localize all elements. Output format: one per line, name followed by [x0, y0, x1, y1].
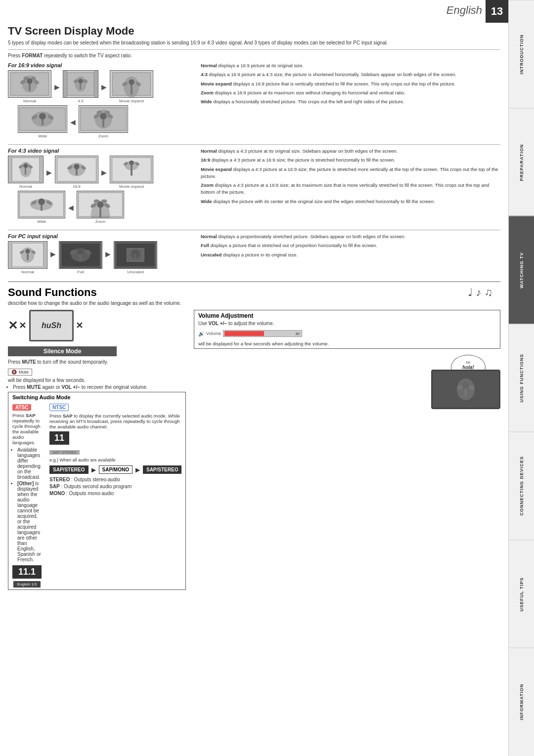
atsc-badge: ATSC — [12, 404, 31, 411]
pc-unscaled-container: Unscaled — [114, 241, 157, 274]
signal-16-9-section: For 16:9 video signal — [8, 62, 500, 140]
ntsc-badge: NTSC — [49, 404, 69, 411]
svg-point-40 — [104, 111, 110, 115]
hush-graphic: ✕ ✕ huSh ✕ — [8, 310, 83, 343]
main-content: TV Screen Display Mode 5 types of displa… — [0, 0, 508, 598]
pc-full-label: Full — [78, 270, 84, 274]
sap-switching-row: SAP/STEREO ▶ SAP/MONO ▶ SAP/STEREO — [49, 465, 181, 474]
svg-rect-15 — [80, 84, 81, 89]
divider-3 — [8, 230, 500, 230]
switching-audio-columns: ATSC Press SAP repeatedly to cycle throu… — [12, 402, 181, 588]
volume-bar-fill — [224, 331, 264, 336]
hush-text: huSh — [42, 321, 61, 330]
svg-point-100 — [134, 250, 137, 254]
pc-normal-container: Normal — [8, 241, 47, 274]
svg-point-103 — [462, 382, 469, 389]
4-3-wide-container: Wide — [18, 191, 65, 224]
signal-16-9-row2: Wide ◀ — [18, 105, 196, 138]
svg-point-79 — [101, 199, 107, 203]
arrow-4: ▶ — [45, 168, 53, 176]
4-3-zoom-img — [77, 191, 124, 218]
channel-number-2: 11 — [49, 431, 69, 445]
output-descriptions: STEREO : Outputs stereo-audio SAP : Outp… — [49, 477, 181, 496]
sidebar-item-watching-tv[interactable]: WATCHING TV — [509, 216, 534, 324]
tv-screen — [433, 371, 499, 408]
svg-rect-93 — [79, 254, 82, 261]
sound-right-column: Volume Adjustment Use VOL +/− to adjust … — [194, 310, 500, 593]
signal-4-3-row2: Wide ◀ — [18, 191, 196, 224]
volume-title: Volume Adjustment — [198, 312, 496, 319]
divider-2 — [8, 144, 500, 145]
press-format-text: Press FORMAT repeatedly to switch the TV… — [8, 53, 500, 58]
svg-rect-101 — [134, 254, 136, 259]
pc-normal-label: Normal — [21, 270, 34, 274]
normal-label: Normal — [23, 99, 36, 103]
svg-rect-82 — [44, 242, 47, 268]
sidebar-item-preparation[interactable]: PREPARATION — [509, 108, 534, 216]
svg-rect-11 — [94, 71, 98, 97]
will-display-silence: will be displayed for a few seconds. — [8, 378, 186, 383]
signal-pc-descriptions: Normal displays a proportionately stretc… — [201, 233, 500, 276]
svg-point-53 — [74, 164, 80, 169]
sap-arrow-2: ▶ — [135, 466, 140, 473]
16-9-mode-label: 16:9 — [73, 184, 81, 189]
ntsc-column: NTSC Press SAP to display the currently … — [49, 402, 181, 588]
atsc-text: Press SAP repeatedly to cycle through th… — [12, 413, 42, 445]
channel-display: 11.1 English 1/3 — [12, 565, 42, 588]
sidebar: INTRODUCTION PREPARATION WATCHING TV USI… — [508, 0, 534, 756]
channel-2-display: 11 — [49, 431, 181, 445]
43-img-container: 4:3 — [63, 70, 98, 103]
volume-icon: 🔊 — [198, 331, 204, 336]
svg-rect-54 — [76, 169, 78, 175]
x-mark-1: ✕ — [8, 319, 18, 333]
sound-columns: ✕ ✕ huSh ✕ Silence Mode Press MUTE to tu… — [8, 310, 500, 593]
pc-full-container: Full — [59, 241, 102, 274]
4-3-zoom-label: Zoom — [95, 219, 105, 224]
signal-16-9-label: For 16:9 video signal — [8, 62, 196, 68]
signal-4-3-label: For 4:3 video signal — [8, 148, 196, 154]
svg-rect-47 — [25, 168, 26, 175]
movie-expand-img — [110, 70, 153, 98]
signal-pc-label: For PC input signal — [8, 233, 196, 239]
4-3-wide-img — [18, 191, 65, 218]
silence-mode-area: ✕ ✕ huSh ✕ — [8, 310, 186, 343]
svg-point-78 — [94, 199, 100, 203]
signal-4-3-row1: Normal ▶ 16 — [8, 156, 196, 189]
svg-point-14 — [78, 79, 83, 84]
svg-rect-22 — [131, 85, 133, 94]
svg-point-39 — [97, 111, 103, 115]
sidebar-item-useful-tips[interactable]: USEFUL TIPS — [509, 540, 534, 648]
sound-functions-section: Sound Functions describe how to change t… — [8, 281, 500, 593]
volume-value: 30 — [295, 332, 300, 336]
svg-rect-42 — [8, 156, 12, 183]
sidebar-item-introduction[interactable]: INTRODUCTION — [509, 0, 534, 108]
tv-monitor — [431, 370, 500, 409]
sidebar-item-information[interactable]: INFORMATION — [509, 648, 534, 756]
silence-mode-bar: Silence Mode — [8, 346, 117, 356]
svg-point-28 — [39, 113, 46, 120]
ntsc-text: Press SAP to display the currently selec… — [49, 413, 181, 429]
pc-unscaled-img — [114, 241, 157, 269]
svg-rect-36 — [102, 120, 104, 127]
signal-pc-row1: Normal ▶ — [8, 241, 196, 274]
arrow-2: ▶ — [100, 83, 108, 91]
stereo-row: STEREO : Outputs stereo-audio — [49, 477, 181, 482]
sap-arrow-1: ▶ — [91, 466, 96, 473]
sound-subtitle: describe how to change the audio or the … — [8, 300, 181, 306]
wide-img — [18, 105, 67, 133]
volume-bar: 30 — [223, 330, 302, 337]
sidebar-item-using-functions[interactable]: USING FUNCTIONS — [509, 324, 534, 432]
pc-full-img — [59, 241, 102, 269]
wide-label: Wide — [38, 134, 47, 138]
volume-will-display: will be displayed for a few seconds when… — [198, 341, 496, 346]
sound-left-column: ✕ ✕ huSh ✕ Silence Mode Press MUTE to tu… — [8, 310, 186, 593]
sidebar-item-connecting-devices[interactable]: CONNECTING DEVICES — [509, 432, 534, 540]
mono-row: MONO : Outputs mono-audio — [49, 491, 181, 496]
signal-4-3-section: For 4:3 video signal — [8, 148, 500, 226]
press-mute-text: Press MUTE to turn off the sound tempora… — [8, 359, 186, 365]
atsc-column: ATSC Press SAP repeatedly to cycle throu… — [12, 402, 42, 588]
4-3-movie-label: Movie expand — [119, 184, 144, 189]
sap-mono-badge: SAP/MONO — [99, 465, 133, 474]
hush-monitor: huSh — [29, 310, 74, 341]
volume-label-text: Volume — [206, 331, 221, 336]
